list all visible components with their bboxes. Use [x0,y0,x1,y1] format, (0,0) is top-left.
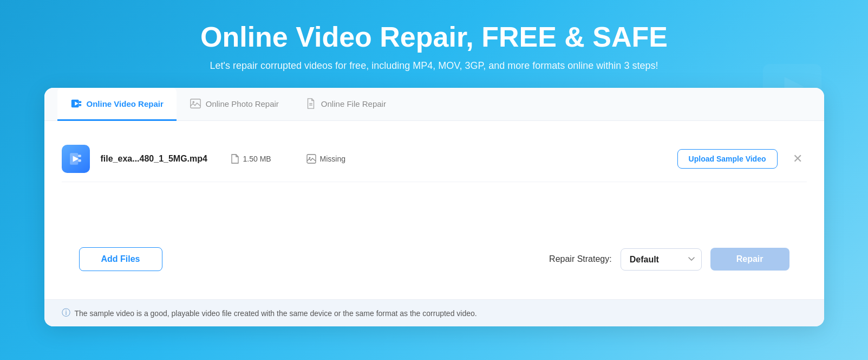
card-footer: Add Files Repair Strategy: Default Advan… [62,236,807,284]
main-card: Online Video Repair Online Photo Repair … [44,88,824,326]
tab-photo-label: Online Photo Repair [206,99,279,108]
repair-controls: Repair Strategy: Default Advanced Repair [549,248,789,271]
repair-button[interactable]: Repair [710,248,789,271]
info-text: The sample video is a good, playable vid… [75,309,477,318]
file-size-text: 1.50 MB [243,155,271,163]
tab-video-repair[interactable]: Online Video Repair [57,88,177,121]
file-status-icon [306,154,316,164]
info-icon: ⓘ [62,307,70,319]
tab-photo-repair[interactable]: Online Photo Repair [177,88,292,121]
file-size-icon [231,154,239,164]
file-thumb-play-icon [69,152,83,166]
svg-rect-14 [307,155,316,163]
repair-strategy-select[interactable]: Default Advanced [621,248,702,271]
empty-drop-area [62,182,807,236]
hero-subtitle: Let's repair corrupted videos for free, … [32,60,836,72]
svg-rect-12 [78,155,81,157]
add-files-button[interactable]: Add Files [79,247,162,271]
upload-sample-button[interactable]: Upload Sample Video [677,149,778,169]
tab-file-repair[interactable]: Online File Repair [292,88,399,121]
tab-file-label: Online File Repair [321,99,386,108]
svg-rect-13 [78,159,81,162]
hero-title: Online Video Repair, FREE & SAFE [32,22,836,53]
tab-video-label: Online Video Repair [87,99,164,108]
file-status-text: Missing [320,155,345,163]
file-name: file_exa...480_1_5MG.mp4 [101,154,220,164]
svg-rect-6 [191,99,200,108]
svg-point-15 [309,157,310,159]
file-thumbnail [62,145,90,173]
svg-point-7 [192,101,194,104]
card-body: file_exa...480_1_5MG.mp4 1.50 MB Missing… [44,121,824,299]
svg-rect-4 [79,101,81,104]
hero-section: Online Video Repair, FREE & SAFE Let's r… [32,22,836,72]
repair-strategy-label: Repair Strategy: [549,254,612,264]
svg-rect-5 [79,104,81,106]
file-tab-icon [305,98,317,110]
file-size-container: 1.50 MB [231,154,296,164]
close-icon: ✕ [793,152,802,165]
tabs-bar: Online Video Repair Online Photo Repair … [44,88,824,121]
info-bar: ⓘ The sample video is a good, playable v… [44,299,824,326]
remove-file-button[interactable]: ✕ [788,151,807,167]
video-tab-icon [70,98,82,110]
photo-tab-icon [190,98,201,110]
file-status-container: Missing [306,154,667,164]
file-row: file_exa...480_1_5MG.mp4 1.50 MB Missing… [62,136,807,182]
